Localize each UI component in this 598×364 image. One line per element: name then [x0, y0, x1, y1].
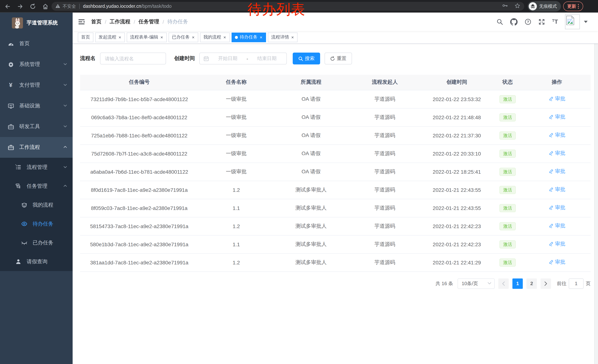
sidebar-item-system[interactable]: 系统管理 — [0, 54, 73, 75]
user-icon — [15, 259, 22, 265]
home-icon[interactable] — [42, 3, 49, 9]
sidebar-item-my-process[interactable]: 我的流程 — [0, 195, 73, 214]
sidebar: 芋道管理系统 首页 系统管理 ¥ 支付管理 基础设施 研发工具 工作 — [0, 13, 73, 364]
goto-page-input[interactable] — [569, 278, 583, 289]
create-time-cell: 2022-01-22 18:25:41 — [422, 162, 492, 181]
close-icon[interactable]: × — [291, 35, 294, 40]
reset-button[interactable]: 重置 — [324, 53, 352, 65]
tab[interactable]: 流程表单-编辑 × — [127, 32, 167, 42]
chevron-down-icon — [488, 282, 491, 285]
tab[interactable]: 已办任务 × — [169, 32, 198, 42]
tab[interactable]: 我的流程 × — [200, 32, 230, 42]
todo-task-page: 流程名 创建时间 开始日期 - 结束日期 搜索 重置 — [73, 44, 598, 289]
security-label: 不安全 — [63, 3, 76, 9]
column-header: 流程发起人 — [348, 75, 422, 90]
approve-link[interactable]: 审批 — [548, 168, 565, 175]
approve-link[interactable]: 审批 — [548, 114, 565, 120]
table-row: 725a1eb6-7b88-11ec-8ef0-acde48001122 一级审… — [80, 126, 590, 145]
eye-closed-icon — [21, 240, 27, 246]
star-icon[interactable] — [514, 2, 521, 10]
next-page-button[interactable] — [540, 278, 551, 289]
font-size-icon[interactable]: TT — [552, 18, 558, 25]
prev-page-button[interactable] — [498, 278, 509, 289]
sidebar-item-task-mgmt[interactable]: 任务管理 — [0, 177, 73, 195]
search-button[interactable]: 搜索 — [293, 53, 320, 65]
column-header: 所属流程 — [274, 75, 348, 90]
page-button-2[interactable]: 2 — [526, 278, 537, 289]
column-header: 状态 — [492, 75, 523, 90]
chevron-down-icon — [63, 61, 67, 67]
reload-icon[interactable] — [30, 3, 36, 9]
tab[interactable]: 待办任务 × — [232, 32, 266, 42]
gear-icon — [8, 61, 14, 68]
breadcrumb-home[interactable]: 首页 — [91, 18, 101, 25]
update-button[interactable]: 更新 — [563, 1, 583, 11]
sidebar-item-done-tasks[interactable]: 已办任务 — [0, 233, 73, 252]
process-name-input[interactable] — [100, 53, 166, 65]
tab[interactable]: 首页 — [78, 32, 93, 42]
sidebar-item-devtools[interactable]: 研发工具 — [0, 116, 73, 137]
sidebar-item-todo-tasks[interactable]: 待办任务 — [0, 214, 73, 233]
fullscreen-icon[interactable] — [538, 18, 545, 25]
table-row: 069c6a63-7b8a-11ec-8ef0-acde48001122 一级审… — [80, 108, 590, 126]
sidebar-item-infra[interactable]: 基础设施 — [0, 96, 73, 116]
close-icon[interactable]: × — [223, 35, 226, 40]
sidebar-item-workflow[interactable]: 工作流程 — [0, 137, 73, 158]
search-icon[interactable] — [497, 18, 503, 25]
breadcrumb-task-mgmt[interactable]: 任务管理 — [139, 18, 159, 25]
starter-cell: 芋道源码 — [348, 217, 422, 235]
close-icon[interactable]: × — [160, 35, 163, 40]
sidebar-toggle-icon[interactable] — [78, 18, 85, 25]
key-icon[interactable] — [502, 2, 508, 10]
scrollbar[interactable] — [594, 13, 598, 364]
task-id-cell: 725a1eb6-7b88-11ec-8ef0-acde48001122 — [80, 126, 199, 145]
url-text: dashboard.yudao.iocoder.cn/bpm/task/todo — [83, 4, 172, 9]
edit-icon — [548, 96, 554, 101]
process-cell: OA 请假 — [274, 126, 348, 145]
create-time-label: 创建时间 — [174, 55, 195, 62]
sidebar-item-payment[interactable]: ¥ 支付管理 — [0, 75, 73, 96]
breadcrumb-current: 待办任务 — [167, 18, 188, 25]
approve-link[interactable]: 审批 — [548, 241, 565, 247]
edit-icon — [548, 114, 554, 120]
caret-down-icon[interactable] — [584, 21, 588, 23]
approve-link[interactable]: 审批 — [548, 96, 565, 102]
breadcrumb-workflow[interactable]: 工作流程 — [110, 18, 130, 25]
logo[interactable]: 芋道管理系统 — [0, 13, 73, 33]
approve-link[interactable]: 审批 — [548, 204, 565, 211]
edit-icon — [548, 169, 554, 174]
breadcrumb: 首页 / 工作流程 / 任务管理 / 待办任务 — [91, 18, 188, 25]
forward-icon[interactable] — [17, 3, 23, 9]
create-time-cell: 2022-01-21 22:42:23 — [422, 217, 492, 235]
app-title: 芋道管理系统 — [27, 20, 58, 26]
close-icon[interactable]: × — [118, 35, 122, 40]
task-id-cell: 8f059c03-7ac8-11ec-a9e2-a2380e71991a — [80, 199, 199, 217]
divider — [79, 4, 80, 9]
status-badge: 激活 — [499, 168, 516, 176]
tab[interactable]: 流程详情 × — [268, 32, 298, 42]
help-icon[interactable]: ? — [525, 18, 531, 25]
date-range-picker[interactable]: 开始日期 - 结束日期 — [199, 53, 287, 65]
column-header: 任务编号 — [80, 75, 199, 90]
github-icon[interactable] — [510, 18, 518, 25]
back-icon[interactable] — [4, 3, 11, 9]
page-size-select[interactable]: 10条/页 — [457, 278, 495, 289]
approve-link[interactable]: 审批 — [548, 132, 565, 138]
avatar[interactable] — [565, 15, 580, 29]
close-icon[interactable]: × — [191, 35, 195, 40]
tab[interactable]: 发起流程 × — [95, 32, 125, 42]
chevron-up-icon — [63, 183, 67, 189]
sidebar-item-process-mgmt[interactable]: 流程管理 — [0, 158, 73, 177]
status-badge: 激活 — [499, 204, 516, 212]
search-form: 流程名 创建时间 开始日期 - 结束日期 搜索 重置 — [80, 53, 590, 65]
logo-avatar — [12, 17, 23, 29]
close-icon[interactable]: × — [259, 35, 263, 40]
tab-label: 发起流程 — [99, 34, 116, 40]
sidebar-item-leave-query[interactable]: 请假查询 — [0, 252, 73, 271]
approve-link[interactable]: 审批 — [548, 259, 565, 266]
approve-link[interactable]: 审批 — [548, 186, 565, 193]
page-button-1[interactable]: 1 — [512, 278, 523, 289]
approve-link[interactable]: 审批 — [548, 223, 565, 229]
approve-link[interactable]: 审批 — [548, 150, 565, 157]
sidebar-item-home[interactable]: 首页 — [0, 33, 73, 54]
